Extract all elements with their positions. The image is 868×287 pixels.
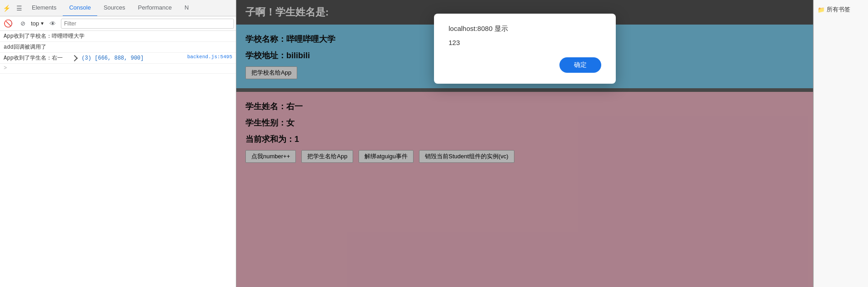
tab-performance[interactable]: Performance — [132, 0, 178, 16]
console-prompt-line: > — [0, 64, 236, 74]
prompt-symbol: > — [4, 65, 7, 71]
filter-input[interactable] — [61, 19, 234, 29]
console-clear-icon[interactable]: 🚫 — [2, 17, 15, 30]
console-line-3: App收到了学生名：右一 (3) [666, 888, 900] backend… — [0, 53, 236, 64]
bookmarks-label: 所有书签 — [827, 5, 850, 14]
block-icon[interactable]: ⊘ — [16, 17, 29, 30]
tab-sources[interactable]: Sources — [97, 0, 132, 16]
device-icon[interactable]: ☰ — [13, 2, 25, 15]
console-source-3[interactable]: backend.js:5495 — [187, 54, 232, 60]
console-text-2: add回调被调用了 — [4, 43, 232, 51]
console-line-1: App收到了学校名：哔哩哔哩大学 — [0, 31, 236, 42]
console-output: App收到了学校名：哔哩哔哩大学 add回调被调用了 App收到了学生名：右一 … — [0, 31, 236, 287]
console-prefix: App收到了学生名：右一 — [4, 55, 69, 61]
devtools-secondary-bar: 🚫 ⊘ top ▼ 👁 — [0, 16, 236, 31]
tab-more[interactable]: N — [178, 0, 195, 16]
page-content: localhost:8080 显示 123 确定 子啊！学生姓名是: 学校名称：… — [236, 0, 813, 287]
alert-message: 123 — [449, 39, 601, 46]
array-values: (3) [666, 888, 900] — [81, 55, 144, 61]
eye-icon[interactable]: 👁 — [46, 17, 59, 30]
context-selector[interactable]: top ▼ — [31, 20, 45, 27]
devtools-panel: ⚡ ☰ Elements Console Sources Performance… — [0, 0, 236, 287]
tab-elements[interactable]: Elements — [25, 0, 63, 16]
console-text-3: App收到了学生名：右一 (3) [666, 888, 900] — [4, 54, 187, 62]
context-label: top — [31, 20, 39, 27]
bookmarks-title[interactable]: 📁 所有书签 — [816, 4, 852, 15]
alert-confirm-button[interactable]: 确定 — [559, 57, 601, 73]
array-expand-icon[interactable] — [71, 55, 78, 61]
console-line-2: add回调被调用了 — [0, 42, 236, 53]
folder-icon: 📁 — [818, 6, 825, 13]
devtools-tabs: ⚡ ☰ Elements Console Sources Performance… — [0, 0, 236, 16]
tab-console[interactable]: Console — [63, 0, 97, 16]
alert-title: localhost:8080 显示 — [449, 25, 601, 33]
inspect-icon[interactable]: ⚡ — [0, 2, 13, 15]
dropdown-arrow: ▼ — [40, 21, 45, 26]
console-text-1: App收到了学校名：哔哩哔哩大学 — [4, 32, 232, 40]
bookmarks-sidebar: 📁 所有书签 — [813, 0, 868, 287]
alert-button-row: 确定 — [449, 57, 601, 73]
alert-dialog: localhost:8080 显示 123 确定 — [434, 14, 616, 84]
alert-overlay: localhost:8080 显示 123 确定 — [236, 0, 813, 287]
